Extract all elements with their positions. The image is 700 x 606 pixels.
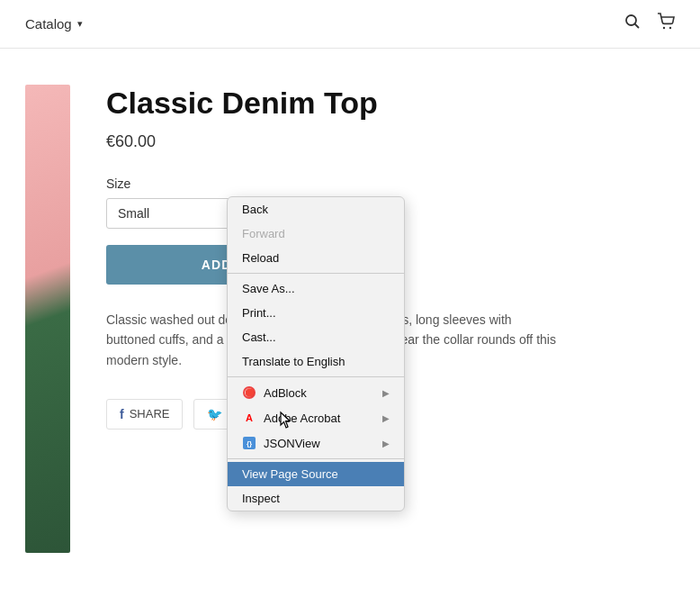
header: Catalog ▾ [0, 0, 700, 49]
facebook-share-label: SHARE [130, 407, 170, 421]
context-menu-item-jsonview[interactable]: {} JSONView ▶ [228, 430, 404, 456]
ctx-separator-3 [228, 458, 404, 459]
adobe-icon: A [242, 411, 256, 425]
facebook-icon: f [120, 407, 124, 421]
cart-button[interactable] [657, 13, 675, 35]
forward-label: Forward [242, 227, 285, 240]
context-menu-item-reload[interactable]: Reload [228, 246, 404, 270]
svg-line-1 [635, 24, 640, 29]
context-menu-item-adblock[interactable]: 🛑 AdBlock ▶ [228, 380, 404, 405]
search-icon [624, 14, 641, 30]
adblock-label: AdBlock [264, 386, 307, 400]
catalog-chevron-icon: ▾ [77, 18, 83, 30]
translate-label: Translate to English [242, 355, 345, 368]
header-left: Catalog ▾ [25, 16, 83, 32]
context-menu-item-adobe[interactable]: A Adobe Acrobat ▶ [228, 405, 404, 430]
submenu-arrow-icon: ▶ [382, 413, 390, 423]
adobe-label: Adobe Acrobat [264, 412, 340, 425]
inspect-label: Inspect [242, 492, 280, 505]
context-menu-item-view-source[interactable]: View Page Source [228, 462, 404, 486]
context-menu-item-cast[interactable]: Cast... [228, 325, 404, 349]
facebook-share-button[interactable]: f SHARE [106, 399, 183, 430]
reload-label: Reload [242, 251, 279, 265]
context-menu-item-back[interactable]: Back [228, 197, 404, 222]
context-menu-item-save-as[interactable]: Save As... [228, 276, 404, 301]
context-menu-item-translate[interactable]: Translate to English [228, 349, 404, 374]
jsonview-label: JSONView [264, 437, 320, 450]
catalog-nav[interactable]: Catalog [25, 16, 72, 32]
product-image [25, 85, 70, 553]
twitter-icon: 🐦 [207, 407, 222, 421]
svg-point-2 [663, 27, 665, 29]
context-menu-item-print[interactable]: Print... [228, 301, 404, 325]
print-label: Print... [242, 306, 276, 320]
back-label: Back [242, 203, 268, 216]
ctx-separator-2 [228, 376, 404, 377]
svg-point-3 [669, 27, 671, 29]
context-menu-item-forward: Forward [228, 222, 404, 246]
search-button[interactable] [624, 14, 641, 34]
save-as-label: Save As... [242, 282, 295, 295]
submenu-arrow-icon: ▶ [382, 439, 390, 448]
product-price: €60.00 [106, 132, 675, 151]
jsonview-icon: {} [242, 436, 256, 450]
size-label: Size [106, 176, 675, 191]
svg-point-0 [626, 15, 636, 25]
cast-label: Cast... [242, 330, 276, 344]
cart-icon [657, 13, 675, 31]
context-menu-item-inspect[interactable]: Inspect [228, 486, 404, 511]
view-source-label: View Page Source [242, 467, 338, 481]
submenu-arrow-icon: ▶ [382, 388, 390, 398]
ctx-separator-1 [228, 273, 404, 274]
main-content: Classic Denim Top €60.00 Size Small Medi… [0, 49, 700, 553]
header-right [624, 13, 675, 35]
adblock-icon: 🛑 [242, 385, 256, 400]
context-menu: Back Forward Reload Save As... [227, 196, 405, 511]
product-title: Classic Denim Top [106, 85, 675, 122]
